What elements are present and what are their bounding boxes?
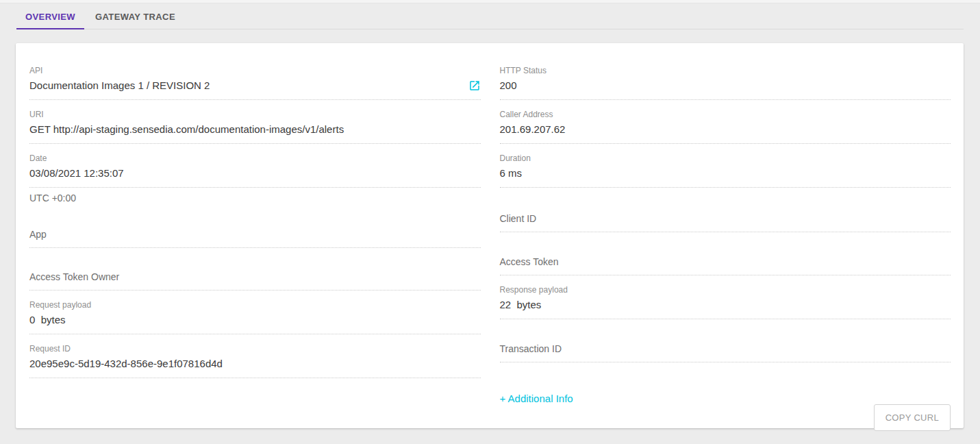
response-payload-value: 22 bytes [500,298,951,312]
field-access-token: Access Token [500,256,951,275]
field-transaction-id: Transaction ID [500,343,951,362]
response-payload-label: Response payload [500,285,951,295]
field-access-token-owner: Access Token Owner [29,271,481,291]
uri-label: URI [29,110,481,119]
field-app: App [29,229,481,248]
field-uri: URI GET http://api-staging.sensedia.com/… [29,110,481,144]
uri-value: GET http://api-staging.sensedia.com/docu… [29,123,481,136]
copy-curl-button[interactable]: COPY CURL [874,404,951,431]
field-duration: Duration 6 ms [500,153,951,188]
field-date: Date 03/08/2021 12:35:07 [29,153,481,188]
client-id-label: Client ID [500,213,951,224]
date-value: 03/08/2021 12:35:07 [29,166,481,180]
tab-gateway-trace[interactable]: GATEWAY TRACE [84,3,186,29]
field-request-id: Request ID 20e95e9c-5d19-432d-856e-9e1f0… [29,344,481,378]
api-value: Documentation Images 1 / REVISION 2 [29,79,210,92]
field-http-status: HTTP Status 200 [500,66,951,100]
date-label: Date [29,153,481,163]
request-payload-value: 0 bytes [29,313,481,327]
access-token-label: Access Token [500,256,951,267]
caller-address-label: Caller Address [500,110,951,119]
duration-label: Duration [500,153,951,163]
field-request-payload: Request payload 0 bytes [29,300,481,334]
duration-value: 6 ms [500,166,951,180]
http-status-label: HTTP Status [500,66,951,75]
access-token-owner-label: Access Token Owner [29,271,481,282]
request-payload-label: Request payload [29,300,481,310]
right-column: HTTP Status 200 Caller Address 201.69.20… [500,66,951,415]
app-label: App [29,229,481,240]
caller-address-value: 201.69.207.62 [500,123,951,136]
field-client-id: Client ID [500,213,951,232]
transaction-id-label: Transaction ID [500,343,951,354]
request-id-label: Request ID [29,344,481,354]
field-api: API Documentation Images 1 / REVISION 2 [29,66,481,100]
field-caller-address: Caller Address 201.69.207.62 [500,110,951,144]
api-label: API [29,66,481,75]
tab-bar: OVERVIEW GATEWAY TRACE [0,3,980,29]
open-in-new-icon[interactable] [468,79,481,92]
http-status-value: 200 [500,79,951,92]
left-column: API Documentation Images 1 / REVISION 2 … [29,66,481,415]
request-id-value: 20e95e9c-5d19-432d-856e-9e1f07816d4d [29,357,481,371]
utc-offset-note: UTC +0:00 [29,193,481,204]
tab-overview[interactable]: OVERVIEW [16,3,84,29]
field-response-payload: Response payload 22 bytes [500,285,951,319]
button-row: COPY CURL [500,404,951,431]
additional-info-link[interactable]: + Additional Info [500,393,573,404]
trace-overview-card: API Documentation Images 1 / REVISION 2 … [16,43,964,428]
